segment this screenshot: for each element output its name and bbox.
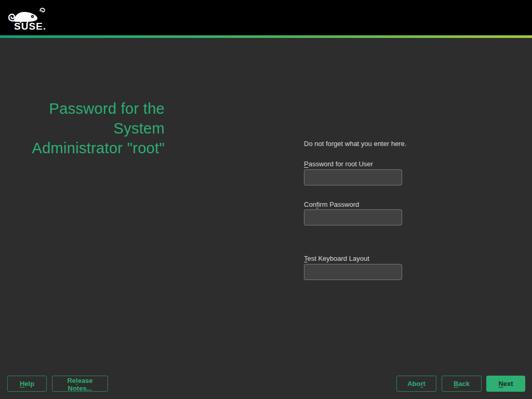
suse-logo: SUSE. <box>7 6 51 31</box>
confirm-password-label: Confirm Password <box>304 201 359 208</box>
label-text: irm Password <box>318 201 359 208</box>
root-password-input[interactable] <box>304 169 402 185</box>
label-mnemonic: P <box>304 160 309 168</box>
suse-wordmark: SUSE. <box>14 21 46 31</box>
header-gradient-divider <box>0 35 532 38</box>
label-text: Con <box>304 201 316 208</box>
confirm-password-input[interactable] <box>304 209 402 225</box>
abort-button[interactable]: Abort <box>396 376 436 392</box>
button-mnemonic: N <box>498 380 503 388</box>
page-title: Password for the System Administrator "r… <box>0 99 165 158</box>
page-title-line: Administrator "root" <box>0 138 165 158</box>
button-text: t <box>423 380 425 388</box>
label-text: assword for root User <box>309 160 373 168</box>
button-text: ext <box>503 380 513 388</box>
page-title-line: System <box>0 118 165 138</box>
button-text: elp <box>24 380 34 388</box>
root-password-label: Password for root User <box>304 160 373 168</box>
header-bar: SUSE. <box>0 0 532 35</box>
keyboard-test-input[interactable] <box>304 264 402 280</box>
button-text: ack <box>458 380 470 388</box>
next-button[interactable]: Next <box>486 376 525 392</box>
button-text: Re <box>67 377 76 384</box>
back-button[interactable]: Back <box>442 376 482 392</box>
button-text: Abo <box>407 380 420 388</box>
button-mnemonic: B <box>454 380 458 388</box>
hint-text: Do not forget what you enter here. <box>304 140 406 148</box>
page-title-line: Password for the <box>0 99 165 118</box>
button-mnemonic: H <box>20 380 24 388</box>
release-notes-button[interactable]: Release Notes... <box>52 376 108 392</box>
help-button[interactable]: Help <box>7 376 47 392</box>
label-text: est Keyboard Layout <box>308 255 369 262</box>
test-keyboard-label: Test Keyboard Layout <box>304 255 369 262</box>
